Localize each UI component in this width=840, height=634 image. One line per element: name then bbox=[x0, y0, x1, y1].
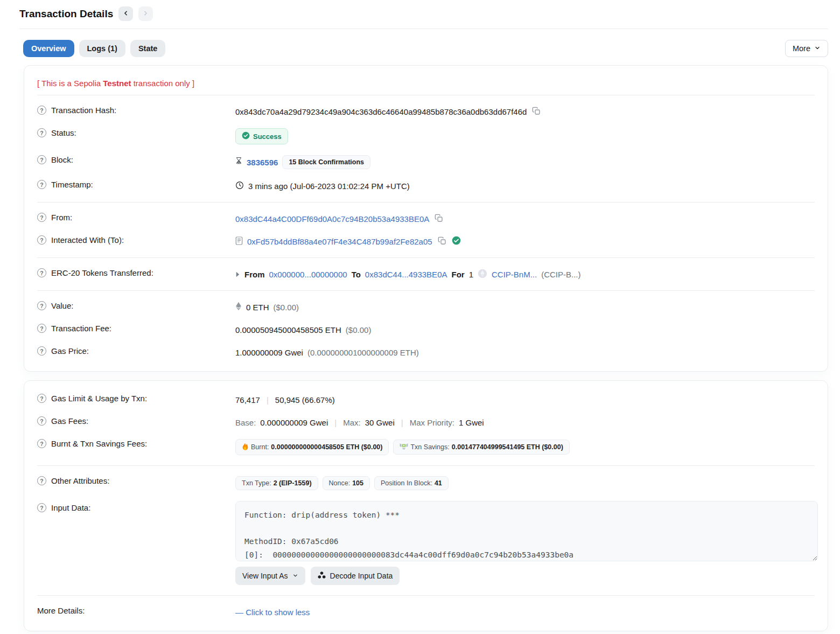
transfer-to-word: To bbox=[352, 270, 361, 279]
copy-transaction-hash-button[interactable] bbox=[531, 107, 542, 117]
other-attributes-row: ? Other Attributes: Txn Type: 2 (EIP-155… bbox=[37, 471, 815, 496]
next-transaction-button[interactable] bbox=[138, 6, 153, 21]
divider bbox=[37, 202, 815, 203]
separator: | bbox=[399, 418, 405, 427]
copy-to-address-button[interactable] bbox=[437, 236, 447, 247]
burnt-fee-badge: Burnt: 0.000000000000458505 ETH ($0.00) bbox=[235, 439, 389, 455]
value-row: ? Value: 0 ETH ($0.00) bbox=[37, 296, 815, 318]
copy-icon bbox=[435, 214, 443, 224]
copy-from-address-button[interactable] bbox=[433, 214, 444, 224]
help-icon[interactable]: ? bbox=[37, 106, 46, 115]
interacted-with-row: ? Interacted With (To): 0xFd57b4ddBf88a4… bbox=[37, 230, 815, 253]
transaction-fee-usd: ($0.00) bbox=[346, 325, 372, 335]
testnet-notice-emphasis: Testnet bbox=[103, 79, 131, 88]
details-card: ? Gas Limit & Usage by Txn: 76,417 | 50,… bbox=[24, 380, 828, 631]
help-icon[interactable]: ? bbox=[37, 394, 46, 403]
erc20-transfers-row: ? ERC-20 Tokens Transferred: From 0x0000… bbox=[37, 263, 815, 285]
input-data-group: Function: drip(address token) *** Method… bbox=[235, 501, 818, 585]
token-logo-icon bbox=[478, 269, 487, 280]
help-icon[interactable]: ? bbox=[37, 439, 46, 448]
block-number-link[interactable]: 3836596 bbox=[247, 158, 278, 167]
value-usd: ($0.00) bbox=[274, 303, 299, 312]
interacted-with-label: Interacted With (To): bbox=[51, 235, 124, 245]
chevron-down-icon bbox=[292, 572, 298, 580]
burnt-fee-label: Burnt: bbox=[251, 443, 269, 451]
to-address-link[interactable]: 0xFd57b4ddBf88a4e07fF4e34C487b99af2Fe82a… bbox=[247, 237, 432, 246]
chevron-right-icon bbox=[142, 10, 149, 18]
transfer-amount: 1 bbox=[469, 270, 473, 279]
txn-type-value: 2 (EIP-1559) bbox=[274, 479, 312, 487]
txn-savings-label: Txn Savings: bbox=[410, 443, 449, 451]
help-icon[interactable]: ? bbox=[37, 128, 46, 137]
page-title: Transaction Details bbox=[19, 8, 113, 20]
tab-bar: Overview Logs (1) State More bbox=[19, 40, 828, 57]
max-fee-value: 30 Gwei bbox=[365, 418, 395, 427]
status-row: ? Status: Success bbox=[37, 123, 815, 150]
value-label: Value: bbox=[51, 301, 73, 310]
more-dropdown-button[interactable]: More bbox=[785, 40, 828, 57]
help-icon[interactable]: ? bbox=[37, 346, 46, 356]
position-in-block-value: 41 bbox=[435, 479, 442, 487]
overview-card: [ This is a Sepolia Testnet transaction … bbox=[24, 65, 828, 372]
more-details-row: More Details: — Click to show less bbox=[37, 601, 815, 623]
nonce-badge: Nonce: 105 bbox=[323, 476, 370, 490]
tab-logs[interactable]: Logs (1) bbox=[79, 40, 125, 57]
more-details-label: More Details: bbox=[37, 606, 85, 615]
from-address-link[interactable]: 0x83dC44a4C00DFf69d0A0c7c94B20b53a4933BE… bbox=[235, 214, 429, 224]
block-row: ? Block: 3836596 15 Block Confirmations bbox=[37, 150, 815, 175]
max-fee-label: Max: bbox=[343, 418, 361, 427]
help-icon[interactable]: ? bbox=[37, 268, 46, 277]
position-in-block-label: Position In Block: bbox=[381, 479, 432, 487]
position-in-block-badge: Position In Block: 41 bbox=[374, 476, 449, 490]
input-data-buttons: View Input As Decode Input Data bbox=[235, 567, 818, 585]
help-icon[interactable]: ? bbox=[37, 301, 46, 310]
decode-input-data-button[interactable]: Decode Input Data bbox=[311, 567, 400, 585]
from-label: From: bbox=[51, 213, 72, 222]
help-icon[interactable]: ? bbox=[37, 180, 46, 189]
burnt-savings-label: Burnt & Txn Savings Fees: bbox=[51, 439, 147, 448]
gas-limit-label-group: ? Gas Limit & Usage by Txn: bbox=[37, 394, 235, 403]
status-label-group: ? Status: bbox=[37, 128, 235, 137]
input-data-textarea[interactable]: Function: drip(address token) *** Method… bbox=[235, 501, 818, 561]
transfer-to-address-link[interactable]: 0x83dC44...4933BE0A bbox=[365, 270, 447, 279]
tab-overview[interactable]: Overview bbox=[23, 40, 74, 57]
tab-state[interactable]: State bbox=[130, 40, 165, 57]
value-amount: 0 ETH bbox=[246, 303, 269, 312]
block-label-group: ? Block: bbox=[37, 155, 235, 164]
nonce-label: Nonce: bbox=[329, 479, 351, 487]
hourglass-icon bbox=[235, 157, 242, 167]
burnt-fee-value: 0.000000000000458505 ETH ($0.00) bbox=[271, 443, 382, 451]
help-icon[interactable]: ? bbox=[37, 416, 46, 426]
transaction-fee-label: Transaction Fee: bbox=[51, 324, 111, 333]
block-label: Block: bbox=[51, 155, 73, 164]
max-priority-fee-value: 1 Gwei bbox=[459, 418, 484, 427]
token-symbol: (CCIP-B...) bbox=[541, 270, 580, 279]
previous-transaction-button[interactable] bbox=[118, 6, 133, 21]
divider bbox=[37, 290, 815, 291]
view-input-as-button[interactable]: View Input As bbox=[235, 567, 305, 585]
gas-price-row: ? Gas Price: 1.000000009 Gwei (0.0000000… bbox=[37, 341, 815, 364]
divider bbox=[37, 595, 815, 596]
transfer-from-address-link[interactable]: 0x000000...00000000 bbox=[269, 270, 347, 279]
show-less-link[interactable]: — Click to show less bbox=[235, 608, 310, 617]
testnet-notice: [ This is a Sepolia Testnet transaction … bbox=[37, 73, 815, 90]
help-icon[interactable]: ? bbox=[37, 503, 46, 512]
separator: | bbox=[332, 418, 339, 427]
gas-usage-value: 50,945 (66.67%) bbox=[275, 395, 335, 405]
help-icon[interactable]: ? bbox=[37, 476, 46, 485]
transaction-fee-label-group: ? Transaction Fee: bbox=[37, 324, 235, 333]
help-icon[interactable]: ? bbox=[37, 155, 46, 164]
gas-limit-label: Gas Limit & Usage by Txn: bbox=[51, 394, 147, 403]
value-label-group: ? Value: bbox=[37, 301, 235, 310]
decode-boxes-icon bbox=[318, 571, 326, 581]
help-icon[interactable]: ? bbox=[37, 213, 46, 222]
gas-price-eth: (0.000000001000000009 ETH) bbox=[307, 348, 419, 357]
testnet-notice-prefix: [ This is a Sepolia bbox=[37, 79, 103, 88]
check-circle-icon bbox=[242, 131, 250, 141]
input-data-label-group: ? Input Data: bbox=[37, 503, 235, 512]
from-row: ? From: 0x83dC44a4C00DFf69d0A0c7c94B20b5… bbox=[37, 207, 815, 230]
copy-icon bbox=[532, 107, 541, 117]
help-icon[interactable]: ? bbox=[37, 235, 46, 245]
token-name-link[interactable]: CCIP-BnM... bbox=[492, 270, 537, 279]
help-icon[interactable]: ? bbox=[37, 324, 46, 333]
